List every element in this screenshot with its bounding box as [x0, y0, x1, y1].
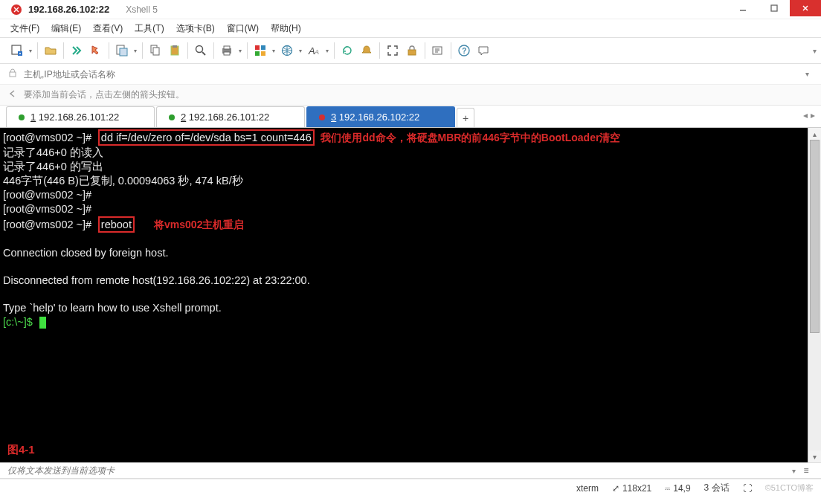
dropdown-icon[interactable]: ▾ [236, 48, 244, 54]
figure-label: 图4-1 [7, 443, 35, 456]
chat-button[interactable] [474, 41, 493, 60]
dropdown-icon[interactable]: ▾ [132, 48, 139, 54]
tab-session-1[interactable]: 1 192.168.26.101:22 [6, 106, 155, 127]
status-size: ⤢ 118x21 [612, 483, 651, 494]
copy-button[interactable] [146, 41, 165, 60]
close-button[interactable] [790, 0, 821, 16]
scroll-up-icon[interactable]: ▴ [808, 128, 821, 140]
color-scheme-button[interactable] [251, 41, 270, 60]
svg-rect-17 [261, 45, 265, 50]
address-input[interactable] [24, 69, 800, 80]
minimize-button[interactable] [727, 0, 759, 16]
disconnect-button[interactable] [86, 41, 106, 60]
svg-rect-18 [255, 51, 260, 56]
dropdown-icon[interactable]: ▾ [27, 48, 34, 54]
title-bar: 192.168.26.102:22 Xshell 5 [0, 0, 821, 19]
scroll-down-icon[interactable]: ▾ [808, 450, 821, 462]
svg-rect-8 [153, 48, 159, 55]
terminal-cursor [39, 317, 46, 329]
svg-line-12 [202, 52, 205, 55]
tab-status-icon [19, 114, 25, 120]
terminal-line: Type `help' to learn how to use Xshell p… [3, 302, 222, 314]
dropdown-icon[interactable]: ▾ [270, 48, 277, 54]
scroll-thumb[interactable] [810, 140, 820, 333]
new-session-button[interactable] [7, 41, 27, 60]
menu-tabs[interactable]: 选项卡(B) [176, 22, 215, 35]
tab-session-2[interactable]: 2 192.168.26.101:22 [156, 106, 305, 127]
refresh-button[interactable] [338, 41, 357, 60]
menu-window[interactable]: 窗口(W) [227, 22, 259, 35]
lock-button[interactable] [402, 41, 422, 60]
hint-arrow-icon[interactable] [7, 88, 21, 101]
svg-text:?: ? [462, 47, 466, 55]
tab-nav: ◂ ▸ [803, 110, 815, 120]
terminal-line: Connection closed by foreign host. [3, 247, 168, 259]
local-prompt: [c:\~]$ [3, 316, 33, 328]
svg-rect-27 [10, 72, 16, 77]
connect-button[interactable] [67, 41, 86, 60]
help-button[interactable]: ? [454, 41, 474, 60]
dropdown-icon[interactable]: ▾ [297, 48, 304, 54]
compose-button[interactable] [428, 41, 448, 60]
tab-status-icon [169, 114, 175, 120]
terminal-line: 记录了446+0 的读入 [3, 146, 103, 158]
paste-button[interactable] [165, 41, 184, 60]
notify-button[interactable] [357, 41, 376, 60]
send-bar: ▾ ≡ [0, 462, 821, 479]
tab-session-3[interactable]: 3 192.168.26.102:22 [306, 106, 455, 127]
terminal-line: 446字节(446 B)已复制, 0.00094063 秒, 474 kB/秒 [3, 175, 243, 187]
tab-next-icon[interactable]: ▸ [811, 110, 815, 120]
menu-file[interactable]: 文件(F) [10, 22, 39, 35]
menu-bar: 文件(F) 编辑(E) 查看(V) 工具(T) 选项卡(B) 窗口(W) 帮助(… [0, 19, 821, 37]
address-bar: ▾ [0, 64, 821, 85]
toolbar-overflow-icon[interactable]: ▾ [813, 47, 817, 55]
tab-label: 192.168.26.101:22 [189, 112, 269, 123]
svg-rect-6 [120, 48, 127, 56]
hint-bar: 要添加当前会话，点击左侧的箭头按钮。 [0, 85, 821, 106]
menu-view[interactable]: 查看(V) [93, 22, 123, 35]
tab-label: 192.168.26.101:22 [39, 112, 119, 123]
prompt: [root@vms002 ~]# [3, 219, 91, 230]
send-input[interactable] [7, 465, 788, 476]
maximize-button[interactable] [759, 0, 790, 16]
font-button[interactable]: AA [304, 41, 323, 60]
menu-edit[interactable]: 编辑(E) [51, 22, 81, 35]
tab-prev-icon[interactable]: ◂ [803, 110, 808, 120]
status-bar: xterm ⤢ 118x21 ⎓ 14,9 3 会话 ⛶ ©51CTO博客 [0, 479, 821, 497]
send-dropdown-icon[interactable]: ▾ [788, 467, 799, 475]
cursor-icon: ⎓ [665, 483, 670, 494]
tab-number: 3 [331, 112, 336, 123]
svg-rect-19 [261, 51, 265, 56]
fullscreen-button[interactable] [383, 41, 402, 60]
status-sessions: 3 会话 [704, 482, 730, 494]
send-menu-icon[interactable]: ≡ [799, 465, 814, 476]
window-controls [727, 0, 821, 16]
svg-rect-15 [224, 52, 230, 55]
hint-text: 要添加当前会话，点击左侧的箭头按钮。 [24, 88, 184, 101]
prompt: [root@vms002 ~]# [3, 189, 91, 201]
open-button[interactable] [41, 41, 60, 60]
menu-tools[interactable]: 工具(T) [135, 22, 164, 35]
terminal-line: 记录了446+0 的写出 [3, 161, 103, 172]
terminal-output[interactable]: [root@vms002 ~]# dd if=/dev/zero of=/dev… [0, 128, 808, 462]
svg-rect-14 [224, 46, 230, 49]
svg-point-11 [196, 46, 203, 53]
svg-text:A: A [314, 48, 319, 56]
terminal-area: [root@vms002 ~]# dd if=/dev/zero of=/dev… [0, 128, 821, 462]
status-term: xterm [576, 483, 599, 494]
status-expand-icon[interactable]: ⛶ [743, 483, 752, 494]
dropdown-icon[interactable]: ▾ [323, 48, 331, 54]
address-dropdown-icon[interactable]: ▾ [800, 70, 814, 78]
svg-rect-16 [255, 45, 260, 50]
language-button[interactable] [277, 41, 297, 60]
new-tab-button[interactable]: + [457, 108, 474, 127]
annotation-text: 我们使用dd命令，将硬盘MBR的前446字节中的BootLoader清空 [321, 132, 620, 143]
scrollbar[interactable]: ▴ ▾ [808, 128, 821, 462]
tab-number: 1 [30, 112, 36, 123]
properties-button[interactable] [112, 41, 132, 60]
toolbar: ▾ ▾ ▾ ▾ ▾ AA ▾ ? ▾ [0, 37, 821, 64]
menu-help[interactable]: 帮助(H) [271, 22, 301, 35]
prompt: [root@vms002 ~]# [3, 203, 91, 215]
print-button[interactable] [217, 41, 236, 60]
search-button[interactable] [191, 41, 210, 60]
